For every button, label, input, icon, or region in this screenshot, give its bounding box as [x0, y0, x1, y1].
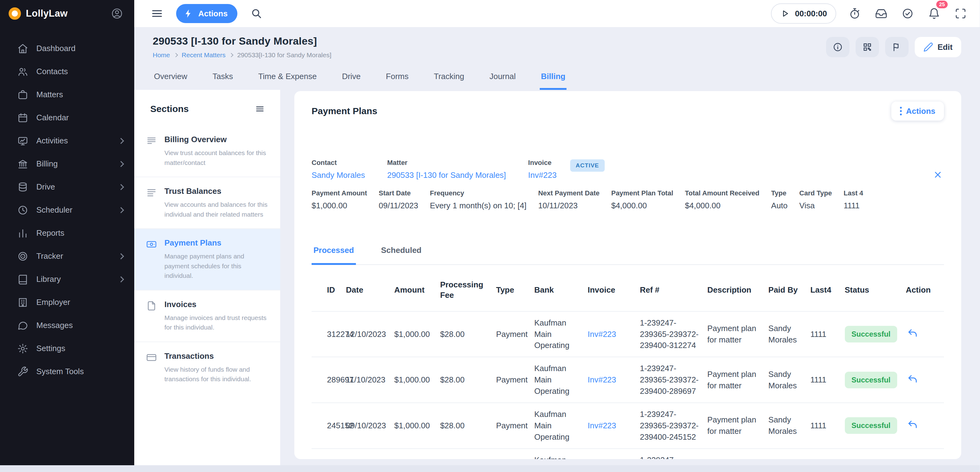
page-header: 290533 [I-130 for Sandy Morales] Home Re… — [134, 27, 980, 59]
sections-menu-button[interactable] — [253, 102, 267, 116]
menu-toggle-button[interactable] — [149, 6, 165, 22]
sidebar-item-matters[interactable]: Matters — [0, 83, 134, 106]
section-item-transactions[interactable]: Transactions View history of funds flow … — [134, 342, 280, 393]
tab-tasks[interactable]: Tasks — [211, 64, 234, 90]
field-label: Frequency — [430, 189, 527, 197]
global-actions-button[interactable]: Actions — [176, 4, 237, 23]
plan-contact-field: Contact Sandy Morales — [312, 159, 365, 180]
invoice-link[interactable]: Inv#223 — [588, 421, 616, 430]
sidebar-item-messages[interactable]: Messages — [0, 314, 134, 337]
timer-widget[interactable]: 00:00:00 — [771, 3, 836, 24]
matter-link[interactable]: 290533 [I-130 for Sandy Morales] — [387, 170, 506, 180]
expand-icon — [955, 7, 967, 20]
invoice-link[interactable]: Inv#223 — [528, 170, 557, 180]
tab-journal[interactable]: Journal — [488, 64, 517, 90]
section-item-billing-overview[interactable]: Billing Overview View trust account bala… — [134, 126, 280, 176]
info-button[interactable] — [826, 37, 850, 57]
refund-button[interactable] — [906, 418, 920, 431]
tasks-done-button[interactable] — [900, 6, 916, 22]
flag-button[interactable] — [885, 37, 908, 57]
invoice-link[interactable]: Inv#223 — [588, 375, 616, 384]
sidebar-item-calendar[interactable]: Calendar — [0, 106, 134, 129]
tab-overview[interactable]: Overview — [153, 64, 188, 90]
document-icon — [146, 300, 157, 311]
payment-plan-summary: Contact Sandy Morales Matter 290533 [I-1… — [312, 159, 944, 210]
contact-link[interactable]: Sandy Morales — [312, 170, 365, 180]
column-header: Status — [845, 269, 906, 311]
field-value: $1,000.00 — [312, 201, 367, 210]
account-button[interactable] — [110, 6, 124, 21]
sections-header: Sections — [134, 90, 280, 126]
app-window: LollyLaw Dashboard Contacts Matters Cale… — [0, 0, 980, 465]
plan-field-card-type: Card Type Visa — [799, 189, 832, 210]
inbox-button[interactable] — [873, 6, 889, 22]
horizontal-scrollbar-track[interactable] — [0, 465, 980, 472]
payment-plans-panel: Payment Plans Actions Contact Sandy M — [294, 91, 961, 459]
edit-button[interactable]: Edit — [915, 37, 961, 57]
field-label: Start Date — [379, 189, 418, 197]
breadcrumb-home[interactable]: Home — [153, 51, 170, 59]
sidebar-item-tracker[interactable]: Tracker — [0, 245, 134, 268]
sidebar-item-billing[interactable]: Billing — [0, 152, 134, 175]
invoice-link[interactable]: Inv#223 — [588, 329, 616, 339]
column-header: Action — [906, 269, 944, 311]
cell-amount: $1,000.00 — [395, 449, 440, 459]
topbar-right-cluster: 00:00:00 25 — [771, 3, 969, 24]
section-item-label: Payment Plans — [164, 238, 268, 248]
section-item-trust-balances[interactable]: Trust Balances View accounts and balance… — [134, 176, 280, 228]
sidebar-item-employer[interactable]: Employer — [0, 291, 134, 314]
sidebar-item-activities[interactable]: Activities — [0, 129, 134, 152]
chevron-right-icon — [173, 53, 178, 57]
section-item-payment-plans[interactable]: Payment Plans Manage payment plans and p… — [134, 228, 280, 290]
subtab-processed[interactable]: Processed — [312, 246, 356, 265]
tab-forms[interactable]: Forms — [385, 64, 410, 90]
sidebar-item-scheduler[interactable]: Scheduler — [0, 199, 134, 221]
fullscreen-button[interactable] — [953, 6, 969, 22]
tab-tracking[interactable]: Tracking — [433, 64, 466, 90]
breadcrumb-current: 290533[I-130 for Sandy Morales] — [237, 51, 331, 59]
cell-description: Payment plan for matter — [707, 403, 768, 449]
stopwatch-icon — [848, 7, 861, 20]
main-area: Actions 00:00:00 — [134, 0, 980, 465]
page-header-actions: Edit — [826, 35, 961, 57]
close-plan-button[interactable] — [932, 168, 944, 181]
logo[interactable]: LollyLaw — [9, 7, 68, 20]
refund-button[interactable] — [906, 372, 920, 386]
cell-bank: Kaufman Main Operating — [534, 311, 588, 357]
tab-time-expense[interactable]: Time & Expense — [257, 64, 318, 90]
tab-billing[interactable]: Billing — [540, 64, 566, 90]
notifications-button[interactable]: 25 — [926, 6, 942, 22]
plan-field-type: Type Auto — [771, 189, 788, 210]
sidebar-item-drive[interactable]: Drive — [0, 175, 134, 199]
sidebar-item-dashboard[interactable]: Dashboard — [0, 37, 134, 60]
sidebar: LollyLaw Dashboard Contacts Matters Cale… — [0, 0, 134, 465]
refund-button[interactable] — [906, 326, 920, 340]
subtab-scheduled[interactable]: Scheduled — [379, 246, 423, 265]
cell-paid-by: Sandy Morales — [768, 311, 810, 357]
status-badge: Successful — [845, 417, 897, 434]
cell-last4: 1111 — [810, 403, 845, 449]
payment-plans-actions-button[interactable]: Actions — [891, 102, 944, 121]
section-item-invoices[interactable]: Invoices Manage invoices and trust reque… — [134, 290, 280, 342]
sidebar-item-reports[interactable]: Reports — [0, 221, 134, 245]
stopwatch-button[interactable] — [847, 6, 863, 22]
banknote-icon — [146, 239, 157, 250]
column-header: Bank — [534, 269, 588, 311]
column-header: Invoice — [588, 269, 640, 311]
search-button[interactable] — [248, 6, 264, 22]
qr-code-button[interactable] — [856, 37, 879, 57]
breadcrumb-recent-matters[interactable]: Recent Matters — [181, 51, 225, 59]
section-item-text: Trust Balances View accounts and balance… — [164, 186, 268, 219]
sidebar-item-library[interactable]: Library — [0, 268, 134, 291]
tab-drive[interactable]: Drive — [341, 64, 362, 90]
sidebar-item-settings[interactable]: Settings — [0, 337, 134, 360]
kebab-menu-icon — [900, 107, 902, 115]
sidebar-item-system-tools[interactable]: System Tools — [0, 360, 134, 383]
section-item-label: Trust Balances — [164, 186, 268, 196]
field-value: $4,000.00 — [611, 201, 673, 210]
cell-bank: Kaufman Main Operating — [534, 449, 588, 459]
cell-bank: Kaufman Main Operating — [534, 357, 588, 403]
sidebar-item-label: Settings — [36, 344, 126, 353]
sidebar-item-contacts[interactable]: Contacts — [0, 60, 134, 83]
clock-icon — [17, 205, 28, 216]
